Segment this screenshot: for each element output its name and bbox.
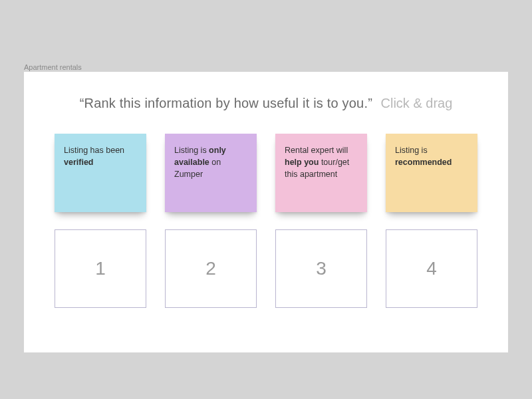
card-text-pre: Listing has been (64, 146, 124, 155)
card-text-pre: Listing is (395, 146, 428, 155)
card-help-you[interactable]: Rental expert will help you tour/get thi… (275, 134, 367, 212)
cards-row: Listing has been verified Listing is onl… (51, 134, 481, 212)
card-text-bold: help you (285, 158, 319, 167)
hint-text: Click & drag (381, 96, 453, 110)
rank-slot-1[interactable]: 1 (55, 229, 146, 308)
rank-slot-2[interactable]: 2 (165, 229, 257, 308)
prompt-row: “Rank this information by how useful it … (51, 96, 481, 111)
page-label: Apartment rentals (24, 63, 82, 71)
rank-slot-3[interactable]: 3 (275, 229, 367, 308)
card-text-pre: Rental expert will (285, 146, 348, 155)
rank-slot-4[interactable]: 4 (386, 229, 477, 308)
card-text-pre: Listing is (174, 146, 209, 155)
ranking-panel: “Rank this information by how useful it … (24, 72, 508, 352)
card-only-available[interactable]: Listing is only available on Zumper (165, 134, 257, 212)
card-text-bold: verified (64, 158, 93, 167)
prompt-text: “Rank this information by how useful it … (80, 96, 372, 110)
card-text-bold: recommended (395, 158, 452, 167)
card-verified[interactable]: Listing has been verified (55, 134, 146, 212)
slots-row: 1 2 3 4 (51, 229, 481, 308)
card-recommended[interactable]: Listing is recommended (386, 134, 477, 212)
